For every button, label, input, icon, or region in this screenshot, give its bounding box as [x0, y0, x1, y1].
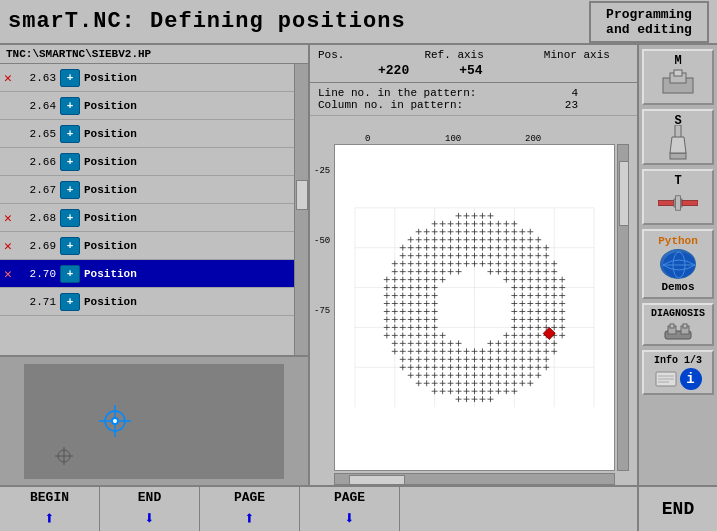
- pattern-visualization: // Will be generated by JS: [335, 145, 614, 470]
- pos-label: Position: [84, 212, 137, 224]
- right-panel: M S T: [637, 45, 717, 485]
- pos-add-button[interactable]: +: [60, 153, 80, 171]
- position-list[interactable]: ✕2.63+Position 2.64+Position 2.65+Positi…: [0, 64, 308, 355]
- pos-error-icon: ✕: [4, 70, 20, 86]
- svg-point-4: [113, 419, 117, 423]
- pos-error-icon: ✕: [4, 238, 20, 254]
- chart-hscroll[interactable]: [334, 473, 615, 485]
- position-row[interactable]: ✕2.63+Position: [0, 64, 294, 92]
- footer: BEGIN ⬆ END ⬇ PAGE ⬆ PAGE ⬇ END: [0, 485, 717, 531]
- position-row[interactable]: 2.67+Position: [0, 176, 294, 204]
- pos-add-button[interactable]: +: [60, 69, 80, 87]
- pos-label: Position: [84, 296, 137, 308]
- pos-number: 2.67: [20, 184, 56, 196]
- position-row[interactable]: 2.71+Position: [0, 288, 294, 316]
- python-label: Python: [658, 235, 698, 247]
- s-button[interactable]: S: [642, 109, 714, 165]
- page-up-arrow-icon: ⬆: [244, 507, 255, 529]
- t-button[interactable]: T: [642, 169, 714, 225]
- hscroll-thumb[interactable]: [349, 475, 405, 485]
- chart-vscroll[interactable]: [617, 144, 629, 471]
- pos-add-button[interactable]: +: [60, 97, 80, 115]
- col-minor-label: Minor axis: [544, 49, 610, 61]
- svg-rect-755: [674, 70, 682, 76]
- end-main-button[interactable]: END: [637, 487, 717, 531]
- begin-button[interactable]: BEGIN ⬆: [0, 487, 100, 531]
- col-pos-label: Pos.: [318, 49, 344, 61]
- pos-number: 2.71: [20, 296, 56, 308]
- pos-label: Position: [84, 128, 137, 140]
- map-inner: [24, 364, 284, 479]
- pos-minor-value: +54: [459, 63, 482, 78]
- center-panel: Pos. Ref. axis Minor axis +220 +54 Line …: [310, 45, 637, 485]
- info-button[interactable]: Info 1/3 i: [642, 350, 714, 395]
- svg-rect-770: [683, 324, 687, 328]
- pos-add-button[interactable]: +: [60, 125, 80, 143]
- position-row[interactable]: 2.65+Position: [0, 120, 294, 148]
- m-button[interactable]: M: [642, 49, 714, 105]
- position-row[interactable]: 2.64+Position: [0, 92, 294, 120]
- s-tool-icon: [658, 128, 698, 158]
- end-arrow-icon: ⬇: [144, 507, 155, 529]
- pos-number: 2.63: [20, 72, 56, 84]
- page-down-button[interactable]: PAGE ⬇: [300, 487, 400, 531]
- m-tool-icon: [658, 68, 698, 98]
- pos-number: 2.64: [20, 100, 56, 112]
- begin-label: BEGIN: [30, 490, 69, 505]
- dot-canvas: // Will be generated by JS: [334, 144, 615, 471]
- pos-number: 2.66: [20, 156, 56, 168]
- pos-ref-value: +220: [378, 63, 409, 78]
- pattern-info: Line no. in the pattern: 4 Column no. in…: [310, 83, 637, 116]
- pos-add-button[interactable]: +: [60, 293, 80, 311]
- page-title: smarT.NC: Defining positions: [8, 9, 406, 34]
- crosshair-main-icon: [99, 405, 131, 437]
- svg-rect-769: [670, 324, 674, 328]
- list-scrollbar[interactable]: [294, 64, 308, 355]
- left-panel: TNC:\SMARTNC\SIEBV2.HP ✕2.63+Position 2.…: [0, 45, 310, 485]
- svg-rect-759: [658, 201, 674, 206]
- y-label-50: -50: [314, 236, 330, 246]
- pos-label: Position: [84, 240, 137, 252]
- position-row[interactable]: ✕2.68+Position: [0, 204, 294, 232]
- t-tool-icon: [658, 188, 698, 218]
- pos-label: Position: [84, 268, 137, 280]
- x-label-100: 100: [445, 134, 461, 144]
- python-demos-button[interactable]: Python Demos: [642, 229, 714, 299]
- page-up-label: PAGE: [234, 490, 265, 505]
- pos-label: Position: [84, 156, 137, 168]
- crosshair-small-icon: [55, 447, 73, 465]
- svg-marker-758: [670, 137, 686, 153]
- line-label: Line no. in the pattern:: [318, 87, 476, 99]
- svg-rect-761: [682, 201, 698, 206]
- position-row[interactable]: ✕2.70+Position: [0, 260, 294, 288]
- file-path: TNC:\SMARTNC\SIEBV2.HP: [0, 45, 308, 64]
- header: smarT.NC: Defining positions Programming…: [0, 0, 717, 45]
- info-icons: i: [655, 368, 702, 390]
- pos-number: 2.68: [20, 212, 56, 224]
- col-label: Column no. in pattern:: [318, 99, 463, 111]
- pos-label: Position: [84, 184, 137, 196]
- pos-add-button[interactable]: +: [60, 181, 80, 199]
- end-footer-button[interactable]: END ⬇: [100, 487, 200, 531]
- line-value: 4: [571, 87, 578, 99]
- demos-label: Demos: [661, 281, 694, 293]
- diagnosis-button[interactable]: DIAGNOSIS: [642, 303, 714, 346]
- left-map: [0, 355, 308, 485]
- scroll-thumb[interactable]: [296, 180, 308, 210]
- pos-add-button[interactable]: +: [60, 237, 80, 255]
- pos-label: Position: [84, 72, 137, 84]
- m-label: M: [674, 54, 681, 68]
- x-label-0: 0: [365, 134, 370, 144]
- position-row[interactable]: 2.66+Position: [0, 148, 294, 176]
- y-label-25: -25: [314, 166, 330, 176]
- pos-add-button[interactable]: +: [60, 265, 80, 283]
- position-row[interactable]: ✕2.69+Position: [0, 232, 294, 260]
- pos-add-button[interactable]: +: [60, 209, 80, 227]
- page-up-button[interactable]: PAGE ⬆: [200, 487, 300, 531]
- panel-mode-label: Programmingand editing: [589, 1, 709, 43]
- y-label-75: -75: [314, 306, 330, 316]
- begin-arrow-icon: ⬆: [44, 507, 55, 529]
- pos-values: +220 +54: [318, 63, 629, 78]
- svg-rect-757: [670, 153, 686, 159]
- vscroll-thumb[interactable]: [619, 161, 629, 226]
